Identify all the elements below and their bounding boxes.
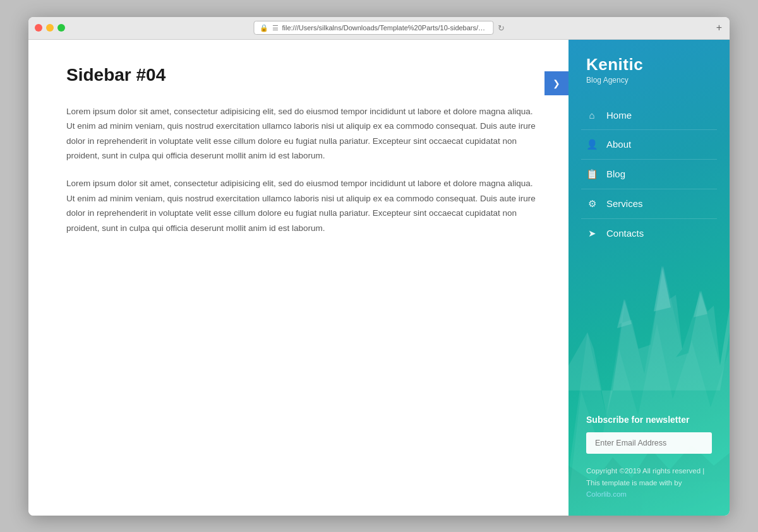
copyright-link[interactable]: Colorlib.com (586, 490, 627, 498)
sidebar-brand: Kenitic Blog Agency (568, 40, 730, 95)
address-text: file:///Users/silkalns/Downloads/Templat… (282, 24, 488, 32)
nav-label-contacts: Contacts (606, 228, 644, 239)
email-input[interactable] (586, 432, 712, 454)
main-wrapper: ❯ Sidebar #04 Lorem ipsum dolor sit amet… (28, 40, 568, 516)
nav-item-blog[interactable]: 📋 Blog (568, 160, 730, 189)
send-icon: ➤ (586, 228, 598, 239)
brand-name: Kenitic (586, 55, 712, 74)
minimize-button[interactable] (46, 24, 54, 32)
sidebar-footer: Subscribe for newsletter Copyright ©2019… (568, 402, 730, 515)
nav-item-services[interactable]: ⚙ Services (568, 189, 730, 218)
new-tab-button[interactable]: + (716, 22, 722, 33)
sidebar: Kenitic Blog Agency ⌂ Home 👤 About (568, 40, 730, 516)
main-content-area: Sidebar #04 Lorem ipsum dolor sit amet, … (28, 40, 568, 516)
maximize-button[interactable] (57, 24, 65, 32)
nav-label-blog: Blog (606, 168, 625, 179)
address-bar-area: 🔒 ☰ file:///Users/silkalns/Downloads/Tem… (254, 21, 505, 35)
address-bar[interactable]: 🔒 ☰ file:///Users/silkalns/Downloads/Tem… (254, 21, 494, 35)
user-icon: 👤 (586, 139, 598, 150)
home-icon: ⌂ (586, 110, 598, 121)
refresh-button[interactable]: ↻ (498, 23, 505, 33)
browser-content: ❯ Sidebar #04 Lorem ipsum dolor sit amet… (28, 40, 730, 516)
paragraph-1: Lorem ipsum dolor sit amet, consectetur … (66, 104, 537, 164)
sidebar-nav: ⌂ Home 👤 About 📋 Blog ⚙ (568, 101, 730, 403)
paragraph-2: Lorem ipsum dolor sit amet, consectetur … (66, 176, 537, 236)
sidebar-content: Kenitic Blog Agency ⌂ Home 👤 About (568, 40, 730, 516)
close-button[interactable] (35, 24, 42, 32)
chevron-right-icon: ❯ (553, 78, 560, 88)
copyright-text: Copyright ©2019 All rights reserved | Th… (586, 465, 712, 500)
nav-label-home: Home (606, 110, 632, 121)
newsletter-title: Subscribe for newsletter (586, 415, 712, 425)
nav-item-about[interactable]: 👤 About (568, 130, 730, 159)
blog-icon: 📋 (586, 168, 598, 180)
copyright-main: Copyright ©2019 All rights reserved | Th… (586, 467, 704, 486)
title-bar: 🔒 ☰ file:///Users/silkalns/Downloads/Tem… (28, 17, 730, 40)
sidebar-toggle-button[interactable]: ❯ (544, 71, 568, 95)
nav-label-about: About (606, 139, 631, 150)
settings-icon: ⚙ (586, 198, 598, 210)
nav-item-home[interactable]: ⌂ Home (568, 101, 730, 129)
page-title: Sidebar #04 (66, 65, 537, 85)
reader-icon: ☰ (272, 24, 279, 32)
lock-icon: 🔒 (260, 24, 268, 32)
nav-item-contacts[interactable]: ➤ Contacts (568, 219, 730, 248)
browser-window: 🔒 ☰ file:///Users/silkalns/Downloads/Tem… (28, 17, 730, 516)
nav-label-services: Services (606, 198, 643, 209)
brand-tagline: Blog Agency (586, 76, 712, 85)
